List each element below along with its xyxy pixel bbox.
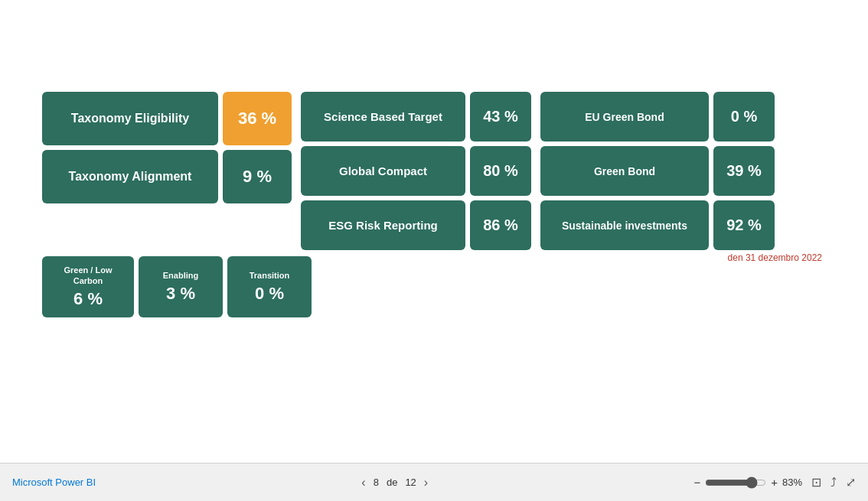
- esg-risk-reporting-value: 86 %: [470, 200, 531, 250]
- expand-icon[interactable]: ⤢: [846, 475, 856, 490]
- sub-tile-green-low-carbon-value: 6 %: [73, 289, 103, 309]
- eu-green-bond-value: 0 %: [713, 92, 775, 142]
- sub-tile-enabling: Enabling 3 %: [139, 256, 223, 317]
- science-based-target-value: 43 %: [470, 92, 531, 142]
- zoom-controls: − + 83%: [693, 476, 802, 489]
- zoom-level: 83%: [782, 477, 802, 488]
- taxonomy-eligibility-label: Taxonomy Eligibility: [42, 92, 218, 145]
- taxonomy-alignment-value: 9 %: [223, 150, 292, 203]
- sub-tile-enabling-label: Enabling: [163, 270, 198, 281]
- share-icon[interactable]: ⤴: [830, 476, 837, 490]
- zoom-plus[interactable]: +: [771, 476, 778, 489]
- sub-tile-transition-label: Transition: [250, 270, 290, 281]
- global-compact-label: Global Compact: [301, 146, 465, 196]
- sub-tile-green-low-carbon-label: Green / Low Carbon: [50, 265, 126, 287]
- page-current: 8: [374, 477, 379, 488]
- green-bond-label: Green Bond: [540, 146, 709, 196]
- page-total: 12: [405, 477, 416, 488]
- sub-tile-transition-value: 0 %: [255, 284, 284, 304]
- eu-green-bond-label: EU Green Bond: [540, 92, 709, 142]
- taxonomy-alignment-label: Taxonomy Alignment: [42, 150, 218, 203]
- esg-risk-reporting-label: ESG Risk Reporting: [301, 200, 465, 250]
- science-based-target-label: Science Based Target: [301, 92, 465, 142]
- page-separator: de: [387, 477, 397, 488]
- sustainable-investments-value: 92 %: [713, 200, 775, 250]
- green-bond-value: 39 %: [713, 146, 775, 196]
- global-compact-value: 80 %: [470, 146, 531, 196]
- pagination: ‹ 8 de 12 ›: [361, 476, 428, 490]
- sustainable-investments-label: Sustainable investments: [540, 200, 709, 250]
- sub-tile-transition: Transition 0 %: [227, 256, 312, 317]
- page-next-arrow[interactable]: ›: [424, 476, 428, 490]
- page-prev-arrow[interactable]: ‹: [361, 476, 365, 490]
- right-controls: − + 83% ⊡ ⤴ ⤢: [693, 475, 856, 490]
- power-bi-link[interactable]: Microsoft Power BI: [12, 477, 96, 488]
- sub-tile-green-low-carbon: Green / Low Carbon 6 %: [42, 256, 134, 317]
- date-label: den 31 dezembro 2022: [728, 252, 822, 263]
- fit-page-icon[interactable]: ⊡: [811, 475, 821, 490]
- sub-tile-enabling-value: 3 %: [166, 284, 195, 304]
- zoom-minus[interactable]: −: [693, 476, 700, 489]
- taxonomy-eligibility-value: 36 %: [223, 92, 292, 145]
- zoom-slider[interactable]: [705, 477, 766, 489]
- bottom-bar: Microsoft Power BI ‹ 8 de 12 › − + 83% ⊡…: [0, 463, 868, 501]
